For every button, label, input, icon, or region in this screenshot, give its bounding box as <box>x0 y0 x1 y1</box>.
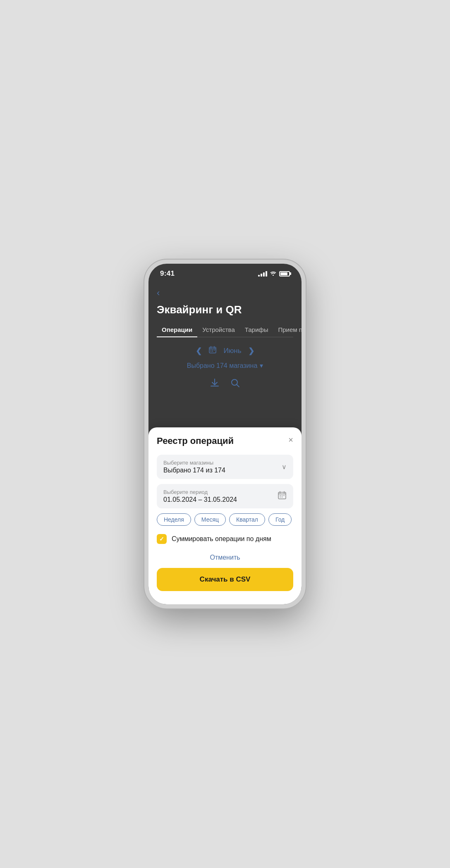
svg-rect-4 <box>211 351 211 352</box>
stores-field-value: Выбрано 174 из 174 <box>163 467 278 474</box>
period-field-content: Выберите период 01.05.2024 – 31.05.2024 <box>163 489 274 503</box>
tab-tariffs[interactable]: Тарифы <box>240 323 273 337</box>
chip-week[interactable]: Неделя <box>157 513 191 526</box>
close-button[interactable]: × <box>288 436 293 444</box>
svg-rect-12 <box>282 497 282 498</box>
status-bar: 9:41 <box>148 264 302 281</box>
stores-field-label: Выберите магазины <box>163 460 278 466</box>
status-time: 9:41 <box>160 269 175 278</box>
stores-chevron-icon: ∨ <box>282 463 287 471</box>
checkmark-icon: ✓ <box>159 536 164 542</box>
bottom-sheet: Реестр операций × Выберите магазины Выбр… <box>148 427 302 604</box>
calendar-icon <box>278 491 287 502</box>
background-page: ‹ Эквайринг и QR Операции Устройства Тар… <box>148 281 302 604</box>
tabs-row: Операции Устройства Тарифы Прием платеже… <box>157 323 293 337</box>
checkbox-row[interactable]: ✓ Суммировать операции по дням <box>157 534 293 544</box>
wifi-icon <box>270 270 277 277</box>
current-month: Июнь <box>223 347 241 355</box>
next-month-button[interactable]: ❯ <box>248 346 254 355</box>
period-field-label: Выберите период <box>163 489 274 495</box>
chip-year[interactable]: Год <box>268 513 292 526</box>
svg-rect-5 <box>212 351 213 352</box>
sheet-header: Реестр операций × <box>157 436 293 446</box>
status-icons <box>258 270 290 277</box>
tab-operations[interactable]: Операции <box>157 323 197 337</box>
checkbox[interactable]: ✓ <box>157 534 167 544</box>
svg-rect-2 <box>212 350 213 351</box>
battery-icon <box>279 271 290 277</box>
period-field[interactable]: Выберите период 01.05.2024 – 31.05.2024 <box>157 484 293 508</box>
back-button[interactable]: ‹ <box>157 288 293 298</box>
signal-bar-4 <box>266 271 267 277</box>
prev-month-button[interactable]: ❮ <box>196 346 202 355</box>
phone-frame: 9:41 ‹ Эквайринг и QR <box>144 260 306 608</box>
chip-month[interactable]: Месяц <box>194 513 226 526</box>
tab-devices[interactable]: Устройства <box>197 323 239 337</box>
svg-rect-11 <box>280 497 281 498</box>
chip-quarter[interactable]: Квартал <box>229 513 265 526</box>
page-title: Эквайринг и QR <box>157 303 293 316</box>
svg-rect-8 <box>280 495 281 496</box>
action-buttons <box>157 378 293 391</box>
battery-fill <box>280 272 287 275</box>
checkbox-label: Суммировать операции по дням <box>172 535 271 543</box>
store-selector[interactable]: Выбрано 174 магазина ▾ <box>157 362 293 370</box>
svg-rect-9 <box>282 495 282 496</box>
signal-bar-3 <box>263 272 265 277</box>
svg-rect-10 <box>284 495 285 496</box>
tab-payments[interactable]: Прием платежей п... <box>273 323 302 337</box>
search-button[interactable] <box>230 378 241 391</box>
cancel-button[interactable]: Отменить <box>157 554 293 561</box>
stores-field[interactable]: Выберите магазины Выбрано 174 из 174 ∨ <box>157 455 293 479</box>
store-selector-label: Выбрано 174 магазина <box>187 362 258 370</box>
signal-bar-2 <box>261 274 262 277</box>
stores-field-content: Выберите магазины Выбрано 174 из 174 <box>163 460 278 474</box>
download-button[interactable] <box>209 378 220 391</box>
sheet-title: Реестр операций <box>157 436 234 446</box>
period-field-value: 01.05.2024 – 31.05.2024 <box>163 496 274 503</box>
svg-rect-1 <box>211 350 211 351</box>
month-nav: ❮ Июнь ❯ <box>157 346 293 356</box>
signal-bars-icon <box>258 271 267 277</box>
download-csv-button[interactable]: Скачать в CSV <box>157 568 293 591</box>
svg-rect-3 <box>214 350 215 351</box>
signal-bar-1 <box>258 275 260 277</box>
store-selector-chevron: ▾ <box>260 362 263 370</box>
calendar-small-icon <box>208 346 217 356</box>
period-chips: Неделя Месяц Квартал Год <box>157 513 293 526</box>
